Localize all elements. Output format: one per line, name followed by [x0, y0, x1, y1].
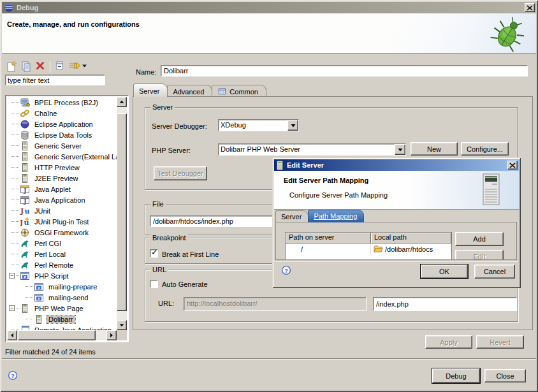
ok-button[interactable]: OK	[421, 265, 468, 279]
config-tree-box: BPEL Process (B2J)ChaîneEclipse Applicat…	[5, 95, 129, 342]
tree-item-eclipse-application[interactable]: Eclipse Application	[7, 119, 117, 129]
folder-icon	[374, 245, 383, 253]
config-tabs: ServerAdvancedCommon	[133, 84, 266, 97]
tab-common[interactable]: Common	[212, 85, 266, 97]
collapse-expander-icon[interactable]: −	[9, 273, 15, 279]
tree-item-label: OSGi Framework	[33, 229, 91, 236]
php-server-label: PHP Server:	[152, 147, 191, 154]
server-icon	[20, 163, 30, 173]
duplicate-button[interactable]	[18, 60, 33, 73]
tree-guide	[11, 178, 19, 178]
remote-java-icon	[20, 325, 30, 331]
tree-item-label: Perl Local	[33, 250, 68, 258]
svg-text:u: u	[25, 207, 30, 215]
add-mapping-button[interactable]: Add	[455, 232, 504, 246]
tree-item-mailing-send[interactable]: Pmailing-send	[7, 292, 117, 303]
toolbar-menu-button[interactable]	[82, 60, 90, 73]
column-header-path-on-server[interactable]: Path on server	[286, 233, 371, 243]
tree-guide	[11, 156, 19, 157]
edit-server-tabs: ServerPath Mapping	[275, 210, 363, 222]
table-header-row: Path on serverLocal path	[286, 233, 451, 243]
delete-icon	[35, 61, 47, 72]
break-first-line-checkbox[interactable]	[150, 249, 158, 258]
server-debugger-select[interactable]: XDebug	[218, 119, 299, 131]
eclipse-icon	[4, 3, 14, 13]
tree-item-label: JUnit	[33, 207, 52, 215]
tree-item-osgi-framework[interactable]: OSGi Framework	[7, 227, 117, 238]
scroll-left-button[interactable]	[7, 330, 17, 340]
window-close-button[interactable]	[525, 3, 535, 12]
tab-label: Common	[229, 88, 258, 96]
configure-server-button[interactable]: Configure...	[461, 142, 509, 156]
config-tree: BPEL Process (B2J)ChaîneEclipse Applicat…	[7, 97, 117, 330]
new-config-icon	[6, 61, 17, 72]
tree-item-dolibarr[interactable]: Dolibarr	[7, 314, 117, 324]
tree-vertical-scrollbar[interactable]	[117, 97, 127, 330]
horizontal-scrollbar-thumb[interactable]	[18, 330, 96, 340]
scroll-up-button[interactable]	[117, 97, 127, 107]
scroll-down-button[interactable]	[117, 320, 127, 330]
filter-input[interactable]	[5, 75, 105, 85]
name-input[interactable]	[161, 65, 528, 76]
tree-item-generic-server[interactable]: Generic Server	[7, 140, 117, 151]
tab-path-mapping[interactable]: Path Mapping	[308, 210, 364, 222]
tree-item-generic-server-external-la[interactable]: Generic Server(External La	[7, 151, 117, 162]
tree-item-java-application[interactable]: JJava Application	[7, 194, 117, 205]
tree-item-http-preview[interactable]: HTTP Preview	[7, 162, 117, 173]
tab-server[interactable]: Server	[133, 83, 168, 97]
tree-horizontal-scrollbar[interactable]	[7, 330, 117, 340]
tree-item-perl-local[interactable]: Perl Local	[7, 249, 117, 259]
chevron-down-icon[interactable]	[395, 144, 405, 155]
collapse-all-button[interactable]	[52, 60, 67, 73]
column-header-local-path[interactable]: Local path	[371, 233, 451, 243]
server-icon	[276, 161, 284, 170]
collapse-expander-icon[interactable]: −	[9, 305, 15, 311]
edit-server-titlebar[interactable]: Edit Server	[274, 159, 519, 171]
url-label: URL:	[158, 300, 174, 307]
tree-item-mailing-prepare[interactable]: Pmailing-prepare	[7, 281, 117, 292]
vertical-scrollbar-thumb[interactable]	[117, 113, 127, 311]
help-icon[interactable]: ?	[8, 370, 18, 381]
tree-item-junit[interactable]: JuJUnit	[7, 205, 117, 216]
tree-guide	[11, 102, 19, 103]
database-icon	[20, 130, 30, 140]
server-debugger-value: XDebug	[219, 120, 287, 131]
tree-item-php-script[interactable]: −PPHP Script	[7, 270, 117, 281]
tab-advanced[interactable]: Advanced	[167, 85, 212, 97]
tree-item-perl-remote[interactable]: Perl Remote	[7, 259, 117, 270]
chevron-down-icon[interactable]	[287, 120, 298, 131]
tree-item-bpel-process-b2j[interactable]: BPEL Process (B2J)	[7, 97, 117, 108]
delete-button[interactable]	[33, 60, 48, 73]
url-path-input[interactable]	[373, 297, 517, 311]
php-server-select[interactable]: Dolibarr PHP Web Server	[218, 143, 406, 156]
debug-window: Debug Create, manage, and run configurat…	[0, 0, 538, 392]
scroll-right-button[interactable]	[106, 330, 117, 340]
tree-item-cha-ne[interactable]: Chaîne	[7, 108, 117, 119]
window-titlebar[interactable]: Debug	[2, 2, 536, 13]
server-debugger-label: Server Debugger:	[152, 122, 207, 130]
revert-button: Revert	[476, 335, 524, 349]
tree-guide	[16, 275, 19, 276]
tree-item-remote-java-application[interactable]: Remote Java Application	[7, 324, 117, 330]
table-row[interactable]: //dolibarr/htdocs	[286, 243, 451, 254]
filter-button[interactable]	[67, 60, 82, 73]
tree-item-eclipse-data-tools[interactable]: Eclipse Data Tools	[7, 129, 117, 140]
new-server-button[interactable]: New	[411, 142, 458, 156]
tree-item-perl-cgi[interactable]: Perl CGI	[7, 238, 117, 249]
tree-item-php-web-page[interactable]: −PHP Web Page	[7, 303, 117, 314]
new-configuration-button[interactable]	[4, 60, 18, 73]
edit-mapping-button: Edit	[455, 250, 504, 260]
tree-item-junit-plug-in-test[interactable]: JuJUnit Plug-in Test	[7, 216, 117, 227]
edit-server-close-button[interactable]	[507, 161, 518, 170]
tab-server[interactable]: Server	[275, 210, 309, 222]
tree-item-java-applet[interactable]: JJava Applet	[7, 184, 117, 194]
debug-button[interactable]: Debug	[432, 368, 480, 383]
tree-item-j2ee-preview[interactable]: J2EE Preview	[7, 173, 117, 184]
perl-icon	[20, 249, 30, 259]
edit-server-help-icon[interactable]: ?	[281, 265, 291, 275]
tree-guide	[11, 189, 19, 189]
auto-generate-checkbox[interactable]	[150, 280, 158, 288]
footer-separator	[2, 358, 536, 359]
cancel-button[interactable]: Cancel	[474, 265, 515, 279]
close-button[interactable]: Close	[484, 369, 526, 382]
